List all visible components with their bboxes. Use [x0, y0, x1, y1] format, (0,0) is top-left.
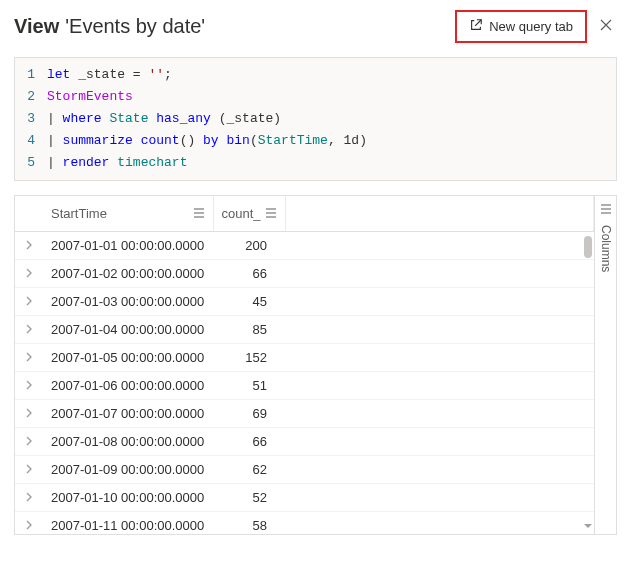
- line-number: 4: [15, 130, 47, 152]
- results-tbody: 2007-01-01 00:00:00.00002002007-01-02 00…: [15, 232, 594, 535]
- code-content: StormEvents: [47, 86, 133, 108]
- query-editor[interactable]: 1let _state = '';2StormEvents3| where St…: [14, 57, 617, 181]
- expand-row-button[interactable]: [15, 316, 43, 344]
- code-line: 4| summarize count() by bin(StartTime, 1…: [15, 130, 616, 152]
- table-row[interactable]: 2007-01-01 00:00:00.0000200: [15, 232, 594, 260]
- panel-header: View 'Events by date' New query tab: [0, 0, 631, 57]
- cell-count: 58: [213, 512, 285, 535]
- columns-side-panel[interactable]: Columns: [594, 196, 616, 534]
- line-number: 3: [15, 108, 47, 130]
- results-table-wrap: StartTime count_: [15, 196, 594, 534]
- cell-empty: [285, 344, 593, 372]
- column-header-count[interactable]: count_: [213, 196, 285, 232]
- cell-count: 51: [213, 372, 285, 400]
- column-label: count_: [222, 206, 261, 221]
- table-row[interactable]: 2007-01-10 00:00:00.000052: [15, 484, 594, 512]
- table-row[interactable]: 2007-01-06 00:00:00.000051: [15, 372, 594, 400]
- code-line: 2StormEvents: [15, 86, 616, 108]
- cell-starttime: 2007-01-04 00:00:00.0000: [43, 316, 213, 344]
- close-icon: [599, 18, 613, 35]
- cell-empty: [285, 456, 593, 484]
- cell-empty: [285, 260, 593, 288]
- expand-row-button[interactable]: [15, 260, 43, 288]
- scrollbar-thumb[interactable]: [584, 236, 592, 258]
- table-row[interactable]: 2007-01-07 00:00:00.000069: [15, 400, 594, 428]
- cell-count: 66: [213, 428, 285, 456]
- cell-empty: [285, 372, 593, 400]
- cell-empty: [285, 316, 593, 344]
- view-label: View: [14, 15, 59, 38]
- cell-count: 85: [213, 316, 285, 344]
- cell-count: 152: [213, 344, 285, 372]
- column-label: StartTime: [51, 206, 107, 221]
- column-header-starttime[interactable]: StartTime: [43, 196, 213, 232]
- cell-empty: [285, 288, 593, 316]
- cell-starttime: 2007-01-07 00:00:00.0000: [43, 400, 213, 428]
- column-menu-icon[interactable]: [193, 206, 205, 221]
- open-external-icon: [469, 18, 483, 35]
- code-line: 3| where State has_any (_state): [15, 108, 616, 130]
- table-row[interactable]: 2007-01-04 00:00:00.000085: [15, 316, 594, 344]
- expand-row-button[interactable]: [15, 372, 43, 400]
- code-line: 1let _state = '';: [15, 64, 616, 86]
- view-name: 'Events by date': [65, 15, 205, 38]
- header-actions: New query tab: [455, 10, 617, 43]
- close-button[interactable]: [595, 14, 617, 40]
- cell-starttime: 2007-01-01 00:00:00.0000: [43, 232, 213, 260]
- code-line: 5| render timechart: [15, 152, 616, 174]
- code-content: | render timechart: [47, 152, 187, 174]
- column-menu-icon[interactable]: [265, 206, 277, 221]
- table-row[interactable]: 2007-01-03 00:00:00.000045: [15, 288, 594, 316]
- cell-count: 52: [213, 484, 285, 512]
- cell-count: 66: [213, 260, 285, 288]
- cell-starttime: 2007-01-10 00:00:00.0000: [43, 484, 213, 512]
- cell-starttime: 2007-01-09 00:00:00.0000: [43, 456, 213, 484]
- cell-empty: [285, 400, 593, 428]
- table-row[interactable]: 2007-01-02 00:00:00.000066: [15, 260, 594, 288]
- columns-label: Columns: [599, 225, 613, 272]
- cell-empty: [285, 232, 593, 260]
- table-row[interactable]: 2007-01-09 00:00:00.000062: [15, 456, 594, 484]
- code-content: | where State has_any (_state): [47, 108, 281, 130]
- expand-row-button[interactable]: [15, 232, 43, 260]
- expand-row-button[interactable]: [15, 456, 43, 484]
- line-number: 2: [15, 86, 47, 108]
- cell-starttime: 2007-01-02 00:00:00.0000: [43, 260, 213, 288]
- cell-starttime: 2007-01-06 00:00:00.0000: [43, 372, 213, 400]
- scrollbar-down-arrow[interactable]: [584, 522, 592, 532]
- expand-row-button[interactable]: [15, 484, 43, 512]
- expand-column-header: [15, 196, 43, 232]
- expand-row-button[interactable]: [15, 428, 43, 456]
- cell-count: 45: [213, 288, 285, 316]
- table-row[interactable]: 2007-01-11 00:00:00.000058: [15, 512, 594, 535]
- columns-icon[interactable]: [600, 202, 612, 217]
- cell-empty: [285, 428, 593, 456]
- code-content: let _state = '';: [47, 64, 172, 86]
- expand-row-button[interactable]: [15, 400, 43, 428]
- column-header-empty: [285, 196, 593, 232]
- new-query-tab-button[interactable]: New query tab: [455, 10, 587, 43]
- expand-row-button[interactable]: [15, 344, 43, 372]
- table-row[interactable]: 2007-01-08 00:00:00.000066: [15, 428, 594, 456]
- page-title: View 'Events by date': [14, 15, 205, 38]
- new-query-label: New query tab: [489, 19, 573, 34]
- cell-starttime: 2007-01-03 00:00:00.0000: [43, 288, 213, 316]
- cell-starttime: 2007-01-11 00:00:00.0000: [43, 512, 213, 535]
- cell-count: 62: [213, 456, 285, 484]
- cell-starttime: 2007-01-05 00:00:00.0000: [43, 344, 213, 372]
- line-number: 5: [15, 152, 47, 174]
- scrollbar[interactable]: [582, 232, 594, 534]
- cell-starttime: 2007-01-08 00:00:00.0000: [43, 428, 213, 456]
- cell-empty: [285, 512, 593, 535]
- expand-row-button[interactable]: [15, 288, 43, 316]
- results-table: StartTime count_: [15, 196, 594, 534]
- results-panel: StartTime count_: [14, 195, 617, 535]
- cell-count: 200: [213, 232, 285, 260]
- cell-count: 69: [213, 400, 285, 428]
- cell-empty: [285, 484, 593, 512]
- table-row[interactable]: 2007-01-05 00:00:00.0000152: [15, 344, 594, 372]
- expand-row-button[interactable]: [15, 512, 43, 535]
- code-content: | summarize count() by bin(StartTime, 1d…: [47, 130, 367, 152]
- line-number: 1: [15, 64, 47, 86]
